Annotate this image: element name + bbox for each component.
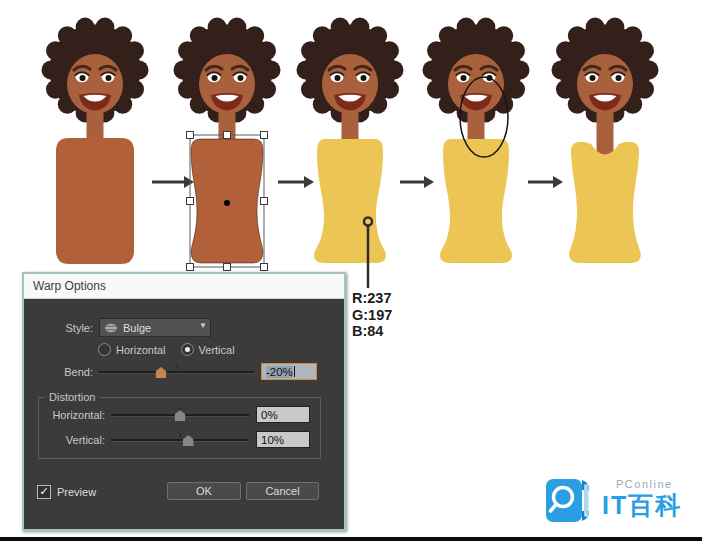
watermark-title: IT百科 [602,489,682,522]
rgb-red-value: R:237 [352,290,392,307]
book-search-logo-icon [545,476,593,525]
step-arrow-icon [278,176,314,188]
character-step-3 [297,18,404,263]
slider-center-tick [177,365,178,369]
distortion-vertical-thumb[interactable] [183,435,194,446]
distortion-vertical-input[interactable]: 10% [256,431,310,448]
distortion-horizontal-label: Horizontal: [39,409,111,421]
distortion-horizontal-input[interactable]: 0% [256,406,310,423]
text-caret [294,366,295,377]
checkmark-icon [37,485,51,499]
bend-slider[interactable] [99,364,254,379]
bottom-border-bar [0,537,702,541]
character-step-1 [42,18,149,264]
site-watermark: PConline IT百科 [545,476,682,525]
radio-circle-icon [98,343,111,356]
slider-center-tick [180,433,181,437]
preview-label: Preview [57,486,96,498]
orientation-radios: Horizontal Vertical [98,343,235,356]
rgb-blue-value: B:84 [352,323,392,340]
rgb-green-value: G:197 [352,307,392,324]
bend-value: -20% [266,366,293,378]
style-value: Bulge [123,322,151,334]
slider-track[interactable] [99,371,254,374]
bend-label: Bend: [24,366,99,378]
distortion-vertical-value: 10% [261,434,284,446]
horizontal-radio[interactable]: Horizontal [98,343,166,356]
distortion-horizontal-slider[interactable] [111,407,249,422]
vertical-radio-label: Vertical [199,344,235,356]
dialog-body: Style: Bulge ▼ Horizontal [24,299,344,529]
distortion-horizontal-thumb[interactable] [175,410,186,421]
chevron-down-icon: ▼ [199,321,207,330]
cancel-button[interactable]: Cancel [246,482,319,500]
yellow-tank-top [569,142,641,263]
bend-input[interactable]: -20% [261,363,317,380]
vertical-radio[interactable]: Vertical [181,343,235,356]
step-arrow-icon [152,176,194,188]
distortion-vertical-row: Vertical: 10% [39,431,320,448]
radio-circle-icon [181,343,194,356]
torso-rectangle [56,138,134,264]
distortion-horizontal-value: 0% [261,409,278,421]
style-row: Style: Bulge ▼ [24,318,322,337]
dialog-title: Warp Options [24,274,344,299]
warp-options-dialog: Warp Options Style: Bulge ▼ [22,272,346,531]
character-step-4 [423,18,530,263]
step-arrow-icon [528,176,563,188]
character-step-2 [174,18,281,271]
style-label: Style: [24,322,99,334]
step-arrow-icon [400,176,434,188]
bend-slider-thumb[interactable] [156,367,167,378]
distortion-group-label: Distortion [45,391,99,403]
distortion-vertical-label: Vertical: [39,434,111,446]
preview-checkbox[interactable]: Preview [37,485,96,499]
horizontal-radio-label: Horizontal [116,344,166,356]
tutorial-screenshot: Warp Options Style: Bulge ▼ [0,0,702,541]
bulge-style-icon [104,323,118,333]
slider-track[interactable] [111,439,249,442]
distortion-horizontal-row: Horizontal: 0% [39,406,320,423]
ok-button[interactable]: OK [167,482,241,500]
distortion-vertical-slider[interactable] [111,432,249,447]
center-point [224,200,230,206]
rgb-color-callout: R:237 G:197 B:84 [352,290,392,340]
character-step-5 [552,18,659,263]
distortion-group: Distortion Horizontal: 0% Vertical: [38,391,321,459]
yellow-top [440,139,512,263]
bend-row: Bend: -20% [24,363,317,380]
watermark-text: PConline IT百科 [602,476,682,525]
style-dropdown[interactable]: Bulge ▼ [99,318,211,337]
yellow-top [314,139,386,263]
